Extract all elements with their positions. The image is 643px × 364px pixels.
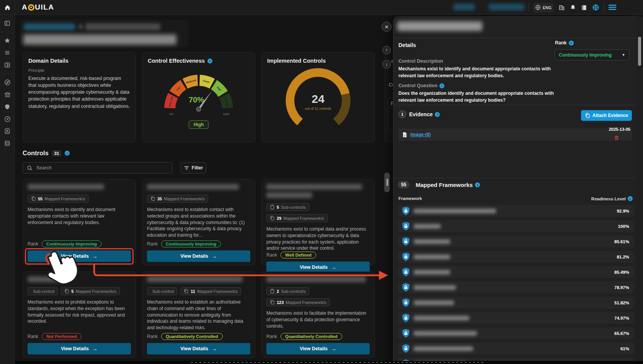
info-icon[interactable]: [475, 182, 480, 187]
menu-icon[interactable]: [608, 4, 617, 11]
rank-badge: Well Defined: [281, 252, 316, 258]
attach-evidence-button[interactable]: Attach Evidence: [581, 110, 632, 121]
bottom-scroll-strip: [15, 361, 643, 364]
redacted-breadcrumb-item: [85, 23, 160, 30]
framework-row[interactable]: 78.97%: [398, 281, 634, 293]
horizontal-scrollbar[interactable]: [191, 362, 486, 363]
arrow-right-icon: →: [212, 253, 217, 259]
redacted-control-title: [266, 184, 362, 190]
scrollbar-thumb[interactable]: [638, 37, 641, 66]
card-badges: 5 Sub-control/s 29 Mapped Framework/s: [266, 203, 370, 222]
badge-count: 2: [277, 289, 279, 294]
view-details-button[interactable]: View Details→: [147, 250, 250, 262]
rank-badge: Continuously Improving: [161, 240, 221, 247]
delete-evidence-icon[interactable]: [614, 135, 619, 140]
evidence-file-link[interactable]: image-(8): [410, 132, 431, 137]
previous-control-button[interactable]: ↑: [382, 46, 391, 54]
redacted-header-item[interactable]: [454, 4, 475, 10]
rank-select[interactable]: Continuously Improving ▼: [555, 49, 630, 60]
framework-row[interactable]: 51.82%: [398, 297, 634, 309]
mapped-frameworks-heading: Mapped Frameworks: [416, 182, 480, 188]
fw-shield-icon: [402, 314, 410, 322]
breadcrumb-separator: [78, 24, 83, 29]
framework-row[interactable]: 85.49%: [398, 266, 634, 278]
files-icon: [150, 196, 155, 201]
building-icon[interactable]: [558, 4, 565, 11]
framework-row[interactable]: 85.61%: [398, 236, 634, 247]
control-detail-panel: Details Rank Continuously Improving ▼ Co…: [393, 16, 636, 364]
framework-row[interactable]: 100%: [398, 220, 634, 232]
language-label: ENG: [543, 5, 552, 10]
meta-badge: 2 Sub-control/s: [266, 287, 309, 295]
rank-badge: Quantitatively Controlled: [161, 333, 223, 340]
redacted-breadcrumb-link[interactable]: [23, 23, 76, 30]
fw-shield-icon: [402, 344, 410, 353]
framework-row[interactable]: 61%: [398, 343, 634, 354]
database-icon[interactable]: [0, 137, 15, 150]
info-icon[interactable]: [439, 83, 444, 88]
divider: [393, 178, 636, 178]
aquila-logo[interactable]: AUILA: [22, 3, 54, 11]
control-description: Mechanisms exist to identify and documen…: [28, 206, 131, 226]
badge-count: 123: [277, 300, 284, 305]
control-description: Mechanisms exist to establish an authori…: [147, 299, 250, 331]
bank-icon[interactable]: [0, 88, 15, 101]
bell-icon[interactable]: [570, 4, 576, 11]
sphere-icon[interactable]: [592, 4, 599, 11]
badge-count: 11: [191, 289, 195, 294]
close-panel-button[interactable]: ✕: [382, 22, 392, 32]
filter-button[interactable]: Filter: [180, 162, 206, 174]
framework-row[interactable]: 81.2%: [398, 251, 634, 263]
info-icon[interactable]: [435, 112, 440, 117]
view-details-button[interactable]: View Details→: [28, 343, 131, 354]
top-header: AUILA ENG: [0, 0, 643, 15]
language-switcher[interactable]: ENG: [533, 3, 554, 13]
list-icon[interactable]: [0, 47, 15, 59]
book-icon[interactable]: [581, 5, 587, 11]
framework-row[interactable]: 92.9%: [398, 205, 634, 217]
redacted-header-item[interactable]: [489, 4, 524, 10]
info-icon[interactable]: [569, 41, 574, 46]
info-icon[interactable]: [65, 151, 70, 156]
home-icon[interactable]: [0, 0, 15, 15]
filter-icon: [184, 165, 189, 171]
kanban-icon[interactable]: [0, 59, 15, 71]
sidebar-group: [0, 15, 15, 32]
clipboard-icon: [270, 205, 275, 210]
meta-badge: 11 Mapped Framework/s: [180, 287, 241, 295]
donut-subtitle: out of 31 controls: [305, 107, 331, 110]
svg-text:100%: 100%: [223, 113, 229, 115]
search-input[interactable]: [36, 165, 168, 171]
readiness-value: 78.97%: [614, 285, 629, 290]
speedometer-icon[interactable]: [0, 113, 15, 125]
framework-row[interactable]: 74.97%: [398, 312, 634, 324]
files-icon: [184, 289, 189, 294]
columns-icon[interactable]: [0, 17, 15, 29]
card-title: Domain Details: [28, 58, 130, 64]
next-control-button[interactable]: ↓: [382, 60, 391, 68]
info-icon[interactable]: [628, 196, 633, 201]
badge-count: 55: [38, 197, 42, 201]
panel-resize-handle[interactable]: [384, 172, 390, 192]
shield-icon[interactable]: [0, 101, 15, 113]
view-details-button[interactable]: View Details→: [28, 250, 131, 262]
readiness-value: 74.97%: [614, 316, 629, 320]
readiness-value: 81.2%: [617, 255, 629, 259]
card-title: Implemented Controls: [267, 58, 369, 64]
compass-icon[interactable]: [0, 76, 15, 88]
view-details-button[interactable]: View Details→: [147, 343, 250, 354]
readiness-column-header: Readiness Level: [591, 196, 633, 201]
logo-text: UILA: [35, 3, 54, 11]
rank-row: Rank Quantitatively Controlled: [266, 333, 370, 340]
info-icon[interactable]: [207, 58, 212, 63]
rank-badge: Not Performed: [42, 333, 82, 340]
star-icon[interactable]: [0, 34, 15, 47]
framework-row[interactable]: 65.67%: [398, 327, 634, 339]
readiness-value: 61%: [620, 346, 629, 351]
rank-row: Rank Quantitatively Controlled: [147, 333, 250, 340]
redacted-panel-title: [397, 21, 482, 31]
id-badge-icon[interactable]: [0, 125, 15, 137]
control-card: 5 Sub-control/s 29 Mapped Framework/s Me…: [261, 179, 375, 265]
card-badges: 55 Mapped Framework/s: [28, 195, 131, 203]
view-details-button[interactable]: View Details→: [266, 343, 370, 354]
